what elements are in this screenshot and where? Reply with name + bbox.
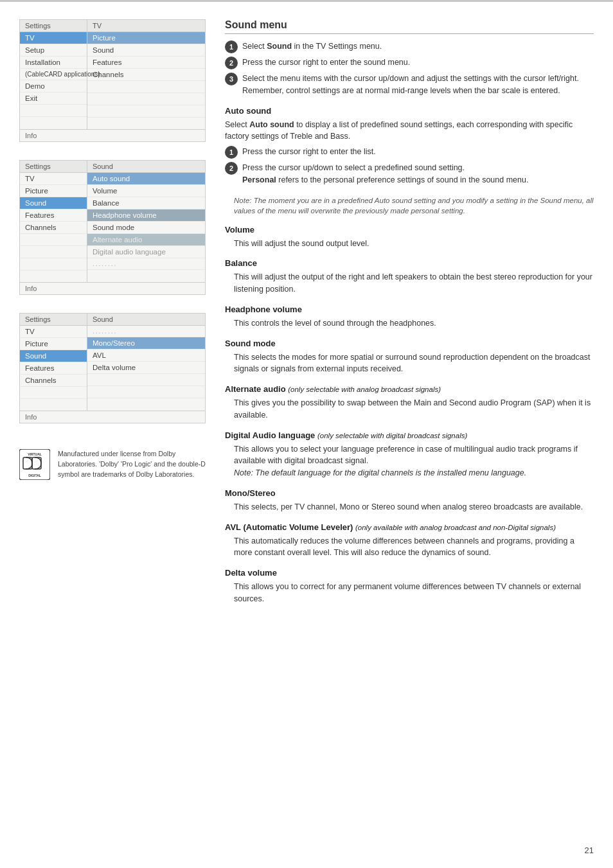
menu2-right-digital[interactable]: Digital audio language bbox=[87, 246, 205, 258]
menu1-item-empty1 bbox=[20, 105, 87, 117]
menu3-item-empty2 bbox=[20, 399, 87, 411]
menu-box-3: Settings TV Picture Sound Features Chann… bbox=[19, 313, 206, 423]
delta-volume-title: Delta volume bbox=[225, 568, 594, 578]
menu1-right-channels[interactable]: Channels bbox=[87, 69, 205, 81]
menu3-right-dots-top: ........ bbox=[87, 326, 205, 337]
menu2-item-channels[interactable]: Channels bbox=[20, 222, 87, 234]
menu1-item-cablecard[interactable]: (CableCARD applications) bbox=[20, 69, 87, 80]
menu1-right-sound[interactable]: Sound bbox=[87, 44, 205, 57]
menu3-right-empty3 bbox=[87, 398, 205, 410]
menu3-right-delta[interactable]: Delta volume bbox=[87, 362, 205, 374]
mono-stereo-body: This selects, per TV channel, Mono or St… bbox=[225, 501, 594, 513]
step-num-2: 2 bbox=[225, 57, 238, 69]
menu3-item-features[interactable]: Features bbox=[20, 362, 87, 375]
menu2-item-sound[interactable]: Sound bbox=[20, 197, 87, 209]
avl-title: AVL (Automatic Volume Leveler) (only ava… bbox=[225, 522, 594, 532]
auto-step-1: 1 Press the cursor right to enter the li… bbox=[225, 146, 594, 159]
svg-text:DIGITAL: DIGITAL bbox=[28, 474, 41, 477]
menu1-item-empty2 bbox=[20, 117, 87, 128]
menu2-item-empty3 bbox=[20, 258, 87, 270]
page-number: 21 bbox=[585, 846, 594, 855]
step-text-2: Press the cursor right to enter the soun… bbox=[242, 57, 410, 69]
menu2-item-empty4 bbox=[20, 270, 87, 282]
menu2-right-headphone[interactable]: Headphone volume bbox=[87, 209, 205, 222]
auto-step-2: 2 Press the cursor up/down to select a p… bbox=[225, 162, 594, 186]
digital-audio-title: Digital Audio language (only selectable … bbox=[225, 430, 594, 440]
sound-mode-body: This selects the modes for more spatial … bbox=[225, 351, 594, 376]
menu2-item-empty1 bbox=[20, 234, 87, 246]
dolby-footer: VIRTUAL DIGITAL Manufactured under licen… bbox=[19, 443, 206, 480]
top-border bbox=[0, 0, 613, 2]
balance-title: Balance bbox=[225, 258, 594, 268]
auto-step-num-1: 1 bbox=[225, 146, 238, 159]
menu3-item-tv[interactable]: TV bbox=[20, 326, 87, 338]
menu2-right-autosound[interactable]: Auto sound bbox=[87, 173, 205, 185]
menu2-item-features[interactable]: Features bbox=[20, 209, 87, 222]
right-column: Sound menu 1 Select Sound in the TV Sett… bbox=[218, 19, 594, 608]
menu1-item-exit[interactable]: Exit bbox=[20, 93, 87, 105]
step-1: 1 Select Sound in the TV Settings menu. bbox=[225, 40, 594, 53]
left-column: Settings TV Setup Installation (CableCAR… bbox=[19, 19, 218, 608]
dolby-text: Manufactured under license from Dolby La… bbox=[58, 449, 206, 479]
menu1-item-demo[interactable]: Demo bbox=[20, 80, 87, 93]
menu1-item-setup[interactable]: Setup bbox=[20, 44, 87, 57]
menu1-right-empty4 bbox=[87, 118, 205, 129]
menu3-header-right: Sound bbox=[87, 314, 205, 326]
mono-stereo-title: Mono/Stereo bbox=[225, 488, 594, 498]
menu2-right-balance[interactable]: Balance bbox=[87, 197, 205, 209]
menu3-right-avl[interactable]: AVL bbox=[87, 350, 205, 362]
menu3-item-channels[interactable]: Channels bbox=[20, 375, 87, 387]
auto-sound-title: Auto sound bbox=[225, 106, 594, 116]
step-text-1: Select Sound in the TV Settings menu. bbox=[242, 40, 382, 53]
menu3-header-left: Settings bbox=[20, 314, 87, 326]
menu2-item-tv[interactable]: TV bbox=[20, 173, 87, 185]
menu2-right-alternate[interactable]: Alternate audio bbox=[87, 234, 205, 246]
auto-step-text-1: Press the cursor right to enter the list… bbox=[242, 146, 376, 158]
auto-sound-note: Note: The moment you are in a predefined… bbox=[225, 195, 594, 216]
menu3-right-mono[interactable]: Mono/Stereo bbox=[87, 337, 205, 350]
menu3-item-picture[interactable]: Picture bbox=[20, 338, 87, 350]
step-num-1: 1 bbox=[225, 40, 238, 53]
menu2-right-empty1 bbox=[87, 270, 205, 281]
main-title: Sound menu bbox=[225, 19, 594, 34]
menu1-header-right: TV bbox=[87, 20, 205, 32]
auto-step-text-2: Press the cursor up/down to select a pre… bbox=[242, 162, 528, 186]
volume-title: Volume bbox=[225, 225, 594, 235]
avl-body: This automatically reduces the volume di… bbox=[225, 535, 594, 560]
menu1-item-tv[interactable]: TV bbox=[20, 32, 87, 44]
menu1-item-installation[interactable]: Installation bbox=[20, 57, 87, 69]
auto-sound-body: Select Auto sound to display a list of p… bbox=[225, 119, 594, 143]
menu2-header-right: Sound bbox=[87, 161, 205, 173]
menu-box-1: Settings TV Setup Installation (CableCAR… bbox=[19, 19, 206, 142]
auto-step-num-2: 2 bbox=[225, 162, 238, 175]
menu1-right-empty2 bbox=[87, 93, 205, 105]
alternate-audio-title: Alternate audio (only selectable with an… bbox=[225, 384, 594, 394]
menu1-right-features[interactable]: Features bbox=[87, 57, 205, 69]
headphone-body: This controls the level of sound through… bbox=[225, 317, 594, 330]
menu2-right-volume[interactable]: Volume bbox=[87, 185, 205, 197]
step-num-3: 3 bbox=[225, 73, 238, 85]
menu2-item-picture[interactable]: Picture bbox=[20, 185, 87, 197]
menu1-right-empty3 bbox=[87, 105, 205, 118]
menu2-right-dots: ........ bbox=[87, 258, 205, 270]
menu2-item-empty2 bbox=[20, 246, 87, 258]
menu2-right-soundmode[interactable]: Sound mode bbox=[87, 222, 205, 234]
svg-text:VIRTUAL: VIRTUAL bbox=[28, 452, 42, 456]
menu2-header-left: Settings bbox=[20, 161, 87, 173]
headphone-title: Headphone volume bbox=[225, 305, 594, 314]
menu1-footer: Info bbox=[20, 129, 205, 141]
alternate-audio-body: This gives you the possibility to swap b… bbox=[225, 397, 594, 421]
dolby-logo: VIRTUAL DIGITAL bbox=[19, 449, 50, 480]
balance-body: This will adjust the output of the right… bbox=[225, 271, 594, 296]
intro-steps: 1 Select Sound in the TV Settings menu. … bbox=[225, 40, 594, 97]
sound-mode-title: Sound mode bbox=[225, 339, 594, 348]
menu3-footer: Info bbox=[20, 411, 205, 423]
menu3-item-sound[interactable]: Sound bbox=[20, 350, 87, 362]
digital-audio-body: This allows you to select your language … bbox=[225, 443, 594, 479]
delta-volume-body: This allows you to correct for any perma… bbox=[225, 581, 594, 605]
step-3: 3 Select the menu items with the cursor … bbox=[225, 73, 594, 97]
step-2: 2 Press the cursor right to enter the so… bbox=[225, 57, 594, 69]
menu2-footer: Info bbox=[20, 282, 205, 294]
menu1-right-picture[interactable]: Picture bbox=[87, 32, 205, 44]
menu1-right-empty1 bbox=[87, 81, 205, 93]
